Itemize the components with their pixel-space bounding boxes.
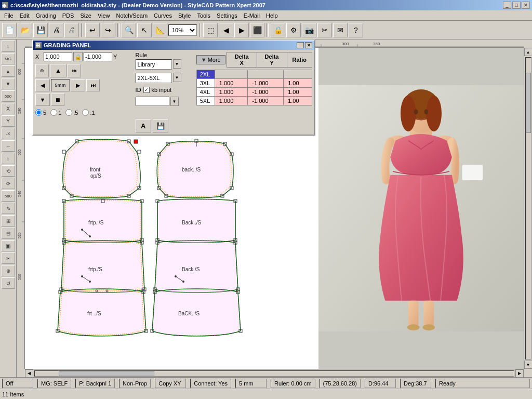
panel-close[interactable]: ✕ <box>305 42 312 48</box>
lt-btn5[interactable]: 600 <box>2 90 15 102</box>
print-button[interactable]: 🖨 <box>49 23 63 37</box>
lt-btn6[interactable]: X <box>2 103 15 114</box>
ctrl-back-btn[interactable]: ⏭ <box>86 79 100 91</box>
lt-btn4[interactable]: ▼ <box>2 78 15 89</box>
help-button[interactable]: ? <box>349 23 363 37</box>
scrollbar-vertical[interactable]: ▲ ▼ <box>524 48 532 369</box>
scroll-left-button[interactable]: ◀ <box>25 369 33 378</box>
radio-5[interactable]: 5 <box>35 109 46 116</box>
lt-btn15[interactable]: ⊞ <box>2 215 15 227</box>
menu-edit[interactable]: Edit <box>17 11 33 20</box>
measure-button[interactable]: 📐 <box>153 23 167 37</box>
new-button[interactable]: 📄 <box>2 23 17 37</box>
lt-btn13[interactable]: 580 <box>2 190 15 202</box>
tb-btn4[interactable]: ⬛ <box>250 23 264 37</box>
svg-point-62 <box>89 235 91 237</box>
close-button[interactable]: ✕ <box>522 2 530 9</box>
menu-tools[interactable]: Tools <box>194 11 214 20</box>
lt-btn16[interactable]: ⊟ <box>2 228 15 239</box>
menu-size[interactable]: Size <box>77 11 94 20</box>
redo-button[interactable]: ↪ <box>101 23 115 37</box>
menu-grading[interactable]: Grading <box>33 11 59 20</box>
email-button[interactable]: ✉ <box>333 23 348 37</box>
size-cell-5xl: 5XL <box>196 97 215 105</box>
id-dropdown[interactable]: ▼ <box>170 97 179 106</box>
scroll-up-button[interactable]: ▲ <box>524 48 533 56</box>
menu-file[interactable]: File <box>1 11 17 20</box>
ctrl-btn2[interactable]: ▲ <box>50 64 66 77</box>
camera-button[interactable]: 📷 <box>302 23 316 37</box>
radio-half[interactable]: .5 <box>65 109 78 116</box>
cursor-button[interactable]: ↖ <box>137 23 152 37</box>
radio-tenth[interactable]: .1 <box>82 109 95 116</box>
panel-title: GRADING PANEL <box>44 42 91 48</box>
scroll-vtrack[interactable] <box>525 57 531 360</box>
scroll-thumb[interactable] <box>59 371 154 376</box>
menu-curves[interactable]: Curves <box>151 11 175 20</box>
tb-btn3[interactable]: ▶ <box>234 23 249 37</box>
scroll-track[interactable] <box>34 370 514 377</box>
scroll-down-button[interactable]: ▼ <box>524 361 533 369</box>
save-button[interactable]: 💾 <box>33 23 48 37</box>
lt-btn7[interactable]: Y <box>2 115 15 127</box>
print2-button[interactable]: 🖨 <box>64 23 79 37</box>
nav-left[interactable]: ◀ <box>35 79 50 91</box>
tb-btn1[interactable]: ⬚ <box>203 23 218 37</box>
lt-btn12[interactable]: ⟳ <box>2 178 15 189</box>
tb-btn6[interactable]: ✂ <box>317 23 332 37</box>
menu-settings[interactable]: Settings <box>214 11 241 20</box>
lock-button[interactable]: 🔒 <box>271 23 285 37</box>
status-coords: (75.28,60.28) <box>320 379 361 388</box>
scroll-right-button[interactable]: ▶ <box>515 369 524 378</box>
minimize-button[interactable]: _ <box>503 2 511 9</box>
open-button[interactable]: 📂 <box>18 23 32 37</box>
lt-btn3[interactable]: ▲ <box>2 65 15 77</box>
status-deg: Deg:38.7 <box>400 379 431 388</box>
menu-email[interactable]: E-Mail <box>241 11 263 20</box>
ctrl-stop-btn[interactable]: ⏹ <box>51 94 64 106</box>
lt-btn19[interactable]: ⊕ <box>2 265 15 276</box>
library-dropdown[interactable]: ▼ <box>173 59 181 69</box>
table-row: 5XL 1.000 -1.000 1.00 <box>196 97 312 105</box>
ctrl-btn1[interactable]: ⊕ <box>35 64 49 77</box>
lt-btn18[interactable]: ✂ <box>2 252 15 264</box>
a-button[interactable]: A <box>136 119 151 132</box>
lt-btn20[interactable]: ↺ <box>2 277 15 289</box>
lock-button[interactable]: 🔒 <box>73 52 83 61</box>
menu-help[interactable]: Help <box>263 11 281 20</box>
lt-btn10[interactable]: ↕ <box>2 153 15 164</box>
nav-down[interactable]: ▼ <box>35 94 50 106</box>
menu-pds[interactable]: PDS <box>59 11 77 20</box>
ctrl-btn3[interactable]: ⏮ <box>68 64 81 77</box>
menu-view[interactable]: View <box>95 11 113 20</box>
lt-btn17[interactable]: ▣ <box>2 240 15 251</box>
menu-style[interactable]: Style <box>175 11 194 20</box>
maximize-button[interactable]: □ <box>512 2 521 9</box>
lt-btn9[interactable]: ↔ <box>2 140 15 152</box>
kb-checkbox[interactable]: ✓ <box>143 87 150 93</box>
scroll-vthumb[interactable] <box>526 73 531 133</box>
y-input[interactable] <box>84 52 112 61</box>
menu-notch-seam[interactable]: Notch/Seam <box>113 11 151 20</box>
lt-btn8[interactable]: -X <box>2 128 15 139</box>
size-dropdown[interactable]: ▼ <box>173 73 181 82</box>
radio-1[interactable]: 1 <box>50 109 61 116</box>
nav-right[interactable]: ▶ <box>71 79 85 91</box>
scrollbar-horizontal[interactable]: ◀ ▶ <box>25 369 524 377</box>
tb-btn2[interactable]: ◀ <box>219 23 233 37</box>
zoom-select[interactable]: 10% 25% 50% 100% <box>168 24 197 36</box>
lt-btn11[interactable]: ⟲ <box>2 165 15 177</box>
title-bar: ◆ c:\scad\styles\thenmozhi_old\raha2.sty… <box>0 0 532 10</box>
tb-btn5[interactable]: ⚙ <box>286 23 301 37</box>
lt-btn1[interactable]: ↕ <box>2 41 15 52</box>
save-grd-button[interactable]: 💾 <box>153 119 168 132</box>
panel-minimize[interactable]: _ <box>297 42 304 48</box>
magnify-button[interactable]: 🔍 <box>122 23 136 37</box>
undo-button[interactable]: ↩ <box>85 23 100 37</box>
lt-btn2[interactable]: MG <box>2 53 15 64</box>
id-input[interactable] <box>136 97 169 106</box>
lt-btn14[interactable]: ✎ <box>2 203 15 214</box>
deltax-4xl: 1.000 <box>215 88 248 97</box>
more-button[interactable]: ▼ More <box>196 55 225 64</box>
x-input[interactable] <box>44 52 72 61</box>
